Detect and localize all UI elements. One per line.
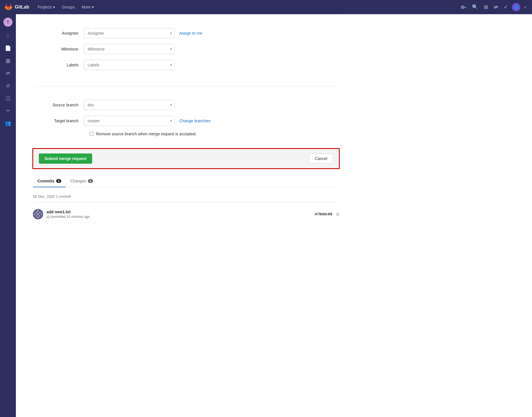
assignee-select[interactable]: Assignee — [84, 28, 175, 38]
chevron-down-icon: ▾ — [465, 6, 466, 9]
svg-point-7 — [37, 217, 39, 218]
source-branch-label: Source branch — [33, 103, 84, 107]
remove-source-checkbox[interactable] — [90, 132, 94, 136]
main-content: Assignee Assignee ▾ Assign to me Milesto… — [16, 14, 532, 417]
sidebar-item-activity[interactable]: 📄 — [2, 43, 14, 54]
topnav-links: Projects ▾ Groups More ▾ — [35, 4, 97, 10]
merge-icon: ⇌ — [6, 70, 10, 76]
user-menu-arrow[interactable]: ▾ — [523, 4, 527, 10]
top-separator — [33, 14, 339, 14]
svg-point-2 — [39, 212, 41, 213]
sidebar-item-boards[interactable]: ▦ — [2, 55, 14, 66]
scissors-icon: ✂ — [6, 108, 10, 114]
sidebar-item-groups[interactable]: 👥 — [2, 117, 14, 129]
tab-commits[interactable]: Commits 1 — [33, 175, 66, 187]
target-branch-label: Target branch — [33, 119, 84, 123]
remove-source-label: Remove source branch when merge request … — [96, 132, 197, 136]
form-metadata-section: Assignee Assignee ▾ Assign to me Milesto… — [33, 21, 339, 83]
milestone-row: Milestone Milestone ▾ — [33, 44, 339, 54]
svg-point-4 — [39, 215, 41, 217]
target-branch-select-wrapper: master ▾ — [84, 116, 175, 126]
sidebar-item-snippets[interactable]: ◫ — [2, 92, 14, 104]
milestone-select[interactable]: Milestone — [84, 44, 175, 54]
nav-projects[interactable]: Projects ▾ — [35, 4, 58, 10]
svg-point-3 — [35, 215, 37, 217]
panels-icon: ⊞ — [484, 4, 488, 10]
search-icon: 🔍 — [472, 4, 478, 10]
commit-title: add new1.txt — [47, 210, 315, 214]
nav-groups[interactable]: Groups — [59, 4, 78, 10]
gitlab-wordmark: GitLab — [15, 5, 29, 10]
gitlab-logo[interactable]: GitLab — [5, 3, 29, 11]
chevron-down-icon: ▾ — [53, 5, 55, 9]
tabs-section: Commits 1 Changes 1 06 Dec, 2020 1 commi… — [33, 175, 339, 228]
section-divider — [33, 86, 339, 86]
tab-changes-badge: 1 — [88, 179, 93, 183]
labels-select[interactable]: Labels — [84, 60, 175, 70]
cancel-button[interactable]: Cancel — [309, 154, 333, 163]
source-branch-row: Source branch dev ▾ — [33, 100, 339, 110]
tab-commits-label: Commits — [37, 179, 54, 183]
board-icon: ▦ — [6, 58, 10, 64]
copy-sha-button[interactable]: ⧉ — [336, 212, 339, 217]
sidebar-user-avatar[interactable]: T — [3, 18, 12, 27]
tab-changes-label: Changes — [70, 179, 86, 183]
group-icon: 👥 — [5, 120, 11, 126]
milestone-label: Milestone — [33, 47, 84, 51]
target-branch-row: Target branch master ▾ Change branches — [33, 116, 339, 126]
source-branch-select-wrapper: dev ▾ — [84, 100, 175, 110]
svg-point-5 — [37, 213, 39, 215]
todo-icon: ✓ — [504, 4, 508, 10]
branch-section: Source branch dev ▾ Target branch master… — [33, 93, 339, 149]
labels-label: Labels — [33, 63, 84, 67]
gitlab-logo-icon — [5, 3, 12, 11]
avatar-icon — [33, 209, 43, 219]
tab-commits-badge: 1 — [56, 179, 61, 183]
sidebar: T ⌂ 📄 ▦ ⇌ ⊘ ◫ ✂ 👥 — [0, 14, 16, 417]
search-button[interactable]: 🔍 — [470, 2, 480, 12]
milestone-select-wrapper: Milestone ▾ — [84, 44, 175, 54]
svg-point-8 — [34, 213, 35, 215]
snippet-icon: ◫ — [6, 95, 10, 101]
commit-sha: 478ddc66 — [315, 212, 332, 216]
commits-date-header: 06 Dec, 2020 1 commit — [33, 192, 339, 202]
tab-changes[interactable]: Changes 1 — [66, 175, 98, 187]
document-icon: 📄 — [5, 45, 11, 51]
commit-meta: zj committed 10 minutes ago — [47, 215, 315, 219]
sidebar-item-merge-requests[interactable]: ⇌ — [2, 68, 14, 79]
sidebar-item-home[interactable]: ⌂ — [2, 30, 14, 41]
top-navigation: GitLab Projects ▾ Groups More ▾ ⊕ ▾ 🔍 ⊞ … — [0, 0, 532, 14]
assign-to-me-link[interactable]: Assign to me — [179, 31, 202, 35]
assignee-select-wrapper: Assignee ▾ — [84, 28, 175, 38]
plus-icon: ⊕ — [461, 4, 465, 10]
chevron-down-icon: ▾ — [92, 5, 94, 9]
target-branch-select[interactable]: master — [84, 116, 175, 126]
commit-author-avatar — [33, 209, 43, 219]
issues-icon: ⊘ — [6, 83, 10, 89]
nav-more[interactable]: More ▾ — [79, 4, 97, 10]
commit-row: add new1.txt zj committed 10 minutes ago… — [33, 206, 339, 223]
new-item-button[interactable]: ⊕ ▾ — [459, 2, 468, 12]
merge-requests-button[interactable]: ⇌ — [492, 2, 500, 12]
source-branch-select[interactable]: dev — [84, 100, 175, 110]
merge-request-icon: ⇌ — [494, 4, 498, 10]
labels-select-wrapper: Labels ▾ — [84, 60, 175, 70]
topnav-right: ⊕ ▾ 🔍 ⊞ ⇌ ✓ 🌐 ▾ — [459, 2, 527, 12]
change-branches-link[interactable]: Change branches — [179, 119, 211, 123]
action-bar: Submit merge request Cancel — [33, 149, 339, 169]
panels-button[interactable]: ⊞ — [482, 2, 490, 12]
assignee-label: Assignee — [33, 31, 84, 35]
submit-merge-request-button[interactable]: Submit merge request — [39, 153, 92, 164]
todos-button[interactable]: ✓ — [502, 2, 510, 12]
user-avatar-menu[interactable]: 🌐 — [512, 3, 520, 11]
svg-point-1 — [35, 212, 37, 213]
content-area: Assignee Assignee ▾ Assign to me Milesto… — [16, 14, 356, 228]
commit-right: 478ddc66 ⧉ — [315, 212, 339, 217]
sidebar-item-scissors[interactable]: ✂ — [2, 105, 14, 116]
chevron-down-icon: ▾ — [524, 6, 526, 9]
sidebar-item-issues[interactable]: ⊘ — [2, 80, 14, 91]
labels-row: Labels Labels ▾ — [33, 60, 339, 70]
svg-point-6 — [37, 210, 39, 212]
commit-info: add new1.txt zj committed 10 minutes ago — [47, 210, 315, 219]
tabs-header: Commits 1 Changes 1 — [33, 175, 339, 188]
